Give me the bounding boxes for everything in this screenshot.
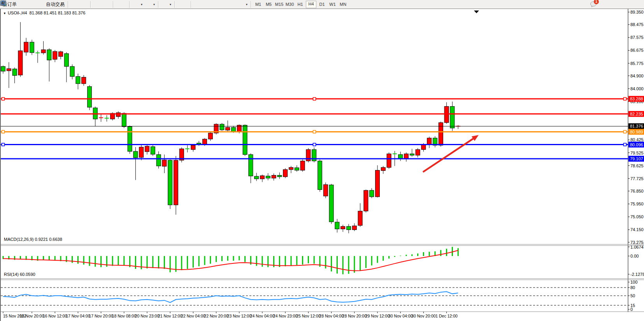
timeframe-button-M30[interactable]: M30	[285, 1, 295, 8]
candles-layer	[1, 22, 460, 233]
svg-text:24 Nov 23:00: 24 Nov 23:00	[273, 314, 298, 318]
svg-text:77.725: 77.725	[630, 176, 644, 181]
svg-text:80.989: 80.989	[630, 130, 643, 134]
svg-text:23 Nov 12:00: 23 Nov 12:00	[227, 314, 252, 318]
svg-text:80.096: 80.096	[630, 142, 643, 147]
horizontal-line-icon[interactable]	[199, 1, 205, 7]
equidistant-channel-icon[interactable]: E	[212, 1, 218, 7]
svg-text:76.850: 76.850	[630, 189, 644, 193]
toolbar-right: 1	[580, 1, 596, 8]
timeframe-button-W1[interactable]: W1	[328, 1, 337, 8]
timeframe-button-M5[interactable]: M5	[264, 1, 274, 8]
svg-text:25 Nov 12:00: 25 Nov 12:00	[296, 314, 321, 318]
toolbar-separator	[174, 1, 175, 8]
timeframe-button-H1[interactable]: H1	[295, 1, 305, 8]
indicators-icon	[162, 1, 168, 7]
svg-text:83.288: 83.288	[630, 96, 643, 101]
chart-shift-marker	[474, 11, 479, 13]
collapse-triangle-icon[interactable]: ▼	[3, 12, 6, 15]
chart-autoscroll-icon[interactable]	[121, 1, 128, 7]
fibonacci-icon[interactable]: F	[218, 1, 224, 7]
timeframe-button-M15[interactable]: M15	[274, 1, 284, 8]
zoom-in-icon[interactable]	[93, 1, 99, 7]
svg-text:82.235: 82.235	[630, 112, 643, 116]
svg-text:88.475: 88.475	[630, 22, 644, 27]
svg-text:21 Nov 12:00: 21 Nov 12:00	[158, 314, 182, 318]
ohlc-readout: 81.368 81.451 81.183 81.376	[30, 11, 86, 15]
svg-text:79.525: 79.525	[630, 151, 644, 155]
svg-text:86.675: 86.675	[630, 48, 644, 53]
macd-layer	[3, 247, 458, 274]
toolbar-separator	[251, 1, 251, 8]
svg-text:1 Dec 12:00: 1 Dec 12:00	[435, 314, 458, 318]
svg-text:22 Nov 04:00: 22 Nov 04:00	[181, 314, 205, 318]
timeframe-button-D1[interactable]: D1	[317, 1, 327, 8]
timeframe-button-MN[interactable]: MN	[338, 1, 348, 8]
arrows-icon	[238, 1, 244, 7]
bar-chart-icon[interactable]	[70, 1, 76, 7]
chart-title: ▼USOil-,H4 81.368 81.451 81.183 81.376	[3, 11, 85, 15]
svg-text:100: 100	[630, 280, 637, 284]
svg-text:79.107: 79.107	[630, 156, 643, 161]
chevron-down-icon: ▾	[246, 3, 247, 6]
trendline-icon[interactable]	[205, 1, 212, 7]
toolbar-separator	[191, 1, 191, 8]
svg-text:87.575: 87.575	[630, 35, 644, 40]
svg-text:29 Nov 12:00: 29 Nov 12:00	[365, 314, 390, 318]
svg-text:20 Nov 23:00: 20 Nov 23:00	[135, 314, 160, 318]
indicators-button[interactable]: ▾	[160, 0, 173, 8]
arrows-button[interactable]: ▾	[237, 0, 249, 8]
svg-text:0.00: 0.00	[630, 254, 639, 258]
notification-badge: 1	[594, 0, 599, 4]
svg-text:84.000: 84.000	[630, 86, 644, 91]
timeframe-group: M1M5M15M30H1H4D1W1MN	[253, 1, 348, 8]
rsi-layer	[3, 292, 458, 303]
search-icon[interactable]	[580, 1, 586, 7]
svg-text:84.900: 84.900	[630, 74, 644, 78]
text-icon[interactable]: A	[224, 1, 230, 7]
symbol-period-label: USOil-,H4	[8, 11, 27, 15]
main-toolbar: 新订单 自动交易 ▾ ▾ ▾ E F A T ▾ M1M5M15M30H1H4D	[0, 0, 644, 9]
new-order-icon[interactable]	[18, 1, 25, 7]
timeframe-button-H4[interactable]: H4	[306, 1, 316, 8]
zoom-out-icon[interactable]	[99, 1, 105, 7]
auto-trading-button[interactable]: 自动交易	[37, 0, 66, 8]
line-chart-icon[interactable]	[82, 1, 89, 7]
accounts-icon[interactable]	[25, 1, 31, 7]
svg-text:85.775: 85.775	[630, 61, 644, 66]
toolbar-separator	[68, 1, 68, 8]
autotrade-globe-icon	[39, 1, 45, 7]
svg-text:24 Nov 04:00: 24 Nov 04:00	[250, 314, 275, 318]
signal-icon[interactable]	[31, 1, 37, 7]
chart-canvas[interactable]: 89.35088.47587.57586.67585.77584.90084.0…	[1, 9, 644, 321]
svg-text:-2.1278: -2.1278	[630, 272, 644, 277]
chevron-down-icon: ▾	[141, 3, 142, 6]
crosshair-icon[interactable]	[183, 1, 189, 7]
svg-text:22 Nov 20:00: 22 Nov 20:00	[204, 314, 228, 318]
svg-text:81.376: 81.376	[630, 124, 643, 128]
cursor-icon[interactable]	[177, 1, 183, 7]
chart-window[interactable]: ▼USOil-,H4 81.368 81.451 81.183 81.376 M…	[0, 9, 644, 321]
svg-text:28 Nov 20:00: 28 Nov 20:00	[342, 314, 367, 318]
text-label-icon[interactable]: T	[230, 1, 237, 7]
candlestick-chart-icon[interactable]	[76, 1, 82, 7]
svg-text:16 Nov 12:00: 16 Nov 12:00	[43, 314, 67, 318]
mt4-application: { "toolbar": { "new_order_label": "新订单",…	[0, 0, 644, 321]
timeframe-button-M1[interactable]: M1	[253, 1, 263, 8]
chart-shift-icon[interactable]	[115, 1, 121, 7]
svg-text:89.350: 89.350	[630, 10, 644, 14]
chat-button[interactable]: 1	[590, 1, 596, 8]
toolbar-separator	[113, 1, 114, 8]
tile-windows-icon[interactable]	[105, 1, 111, 7]
toolbar-separator	[90, 1, 91, 8]
axis-layer: 89.35088.47587.57586.67585.77584.90084.0…	[1, 9, 644, 312]
vertical-line-icon[interactable]	[193, 1, 199, 7]
new-chart-button[interactable]: ▾	[132, 0, 144, 8]
period-clock-icon	[146, 1, 152, 7]
period-button[interactable]: ▾	[144, 0, 156, 8]
svg-text:0: 0	[630, 307, 633, 312]
new-chart-icon	[133, 1, 139, 7]
price-lines-layer: 83.28882.23581.37680.98980.09679.107	[1, 11, 644, 161]
svg-text:1.0674: 1.0674	[630, 245, 644, 249]
svg-text:78.625: 78.625	[630, 163, 644, 168]
